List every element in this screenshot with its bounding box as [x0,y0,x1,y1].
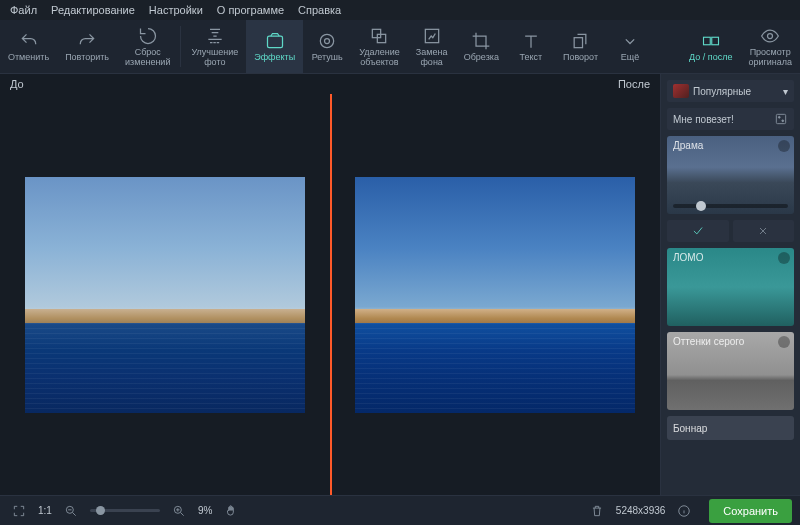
menu-file[interactable]: Файл [4,2,43,18]
effect-lomo-label: ЛОМО [673,252,703,263]
intensity-slider[interactable] [673,204,788,208]
remove-objects-label: Удаление объектов [359,48,400,68]
svg-point-12 [782,120,784,122]
save-button[interactable]: Сохранить [709,499,792,523]
fullscreen-button[interactable] [8,500,30,522]
retouch-icon [317,31,337,51]
rotate-button[interactable]: Поворот [555,20,606,73]
zoom-slider[interactable] [90,509,160,512]
menu-settings[interactable]: Настройки [143,2,209,18]
menu-about[interactable]: О программе [211,2,290,18]
apply-button[interactable] [667,220,729,242]
cancel-button[interactable] [733,220,795,242]
info-icon [778,336,790,348]
scale-label[interactable]: 1:1 [38,505,52,516]
redo-button[interactable]: Повторить [57,20,117,73]
rotate-icon [570,31,590,51]
chevron-down-icon: ▾ [783,86,788,97]
category-label: Популярные [693,86,751,97]
effects-icon [265,31,285,51]
zoom-in-button[interactable] [168,500,190,522]
category-dropdown[interactable]: Популярные ▾ [667,80,794,102]
redo-icon [77,31,97,51]
effect-lomo[interactable]: ЛОМО [667,248,794,326]
menu-bar: Файл Редактирование Настройки О программ… [0,0,800,20]
effects-button[interactable]: Эффекты [246,20,303,73]
more-button[interactable]: Ещё [606,20,654,73]
after-image [355,177,635,413]
menu-edit[interactable]: Редактирование [45,2,141,18]
canvas-area: До После [0,74,660,495]
crop-button[interactable]: Обрезка [456,20,507,73]
redo-label: Повторить [65,53,109,63]
svg-rect-8 [711,37,718,45]
remove-objects-icon [369,26,389,46]
undo-label: Отменить [8,53,49,63]
before-after-icon [701,31,721,51]
effect-grayscale[interactable]: Оттенки серого [667,332,794,410]
zoom-value: 9% [198,505,212,516]
reset-button[interactable]: Сброс изменений [117,20,178,73]
svg-point-9 [768,33,773,38]
reset-label: Сброс изменений [125,48,170,68]
menu-help[interactable]: Справка [292,2,347,18]
info-button[interactable] [673,500,695,522]
status-bar: 1:1 9% 5248x3936 Сохранить [0,495,800,525]
effect-drama-label: Драма [673,140,703,151]
effects-list: Драма ЛОМО Оттенки серого Боннар [661,136,800,495]
lucky-label: Мне повезет! [673,114,734,125]
before-pane [0,104,330,485]
undo-button[interactable]: Отменить [0,20,57,73]
effect-bonnar[interactable]: Боннар [667,416,794,440]
bg-replace-icon [422,26,442,46]
view-original-label: Просмотр оригинала [748,48,792,68]
retouch-button[interactable]: Ретушь [303,20,351,73]
effect-gray-label: Оттенки серого [673,336,744,347]
bg-replace-button[interactable]: Замена фона [408,20,456,73]
effect-bonnar-label: Боннар [673,423,707,434]
more-label: Ещё [621,53,639,63]
delete-button[interactable] [586,500,608,522]
lucky-button[interactable]: Мне повезет! [667,108,794,130]
enhance-button[interactable]: Улучшение фото [183,20,246,73]
view-original-button[interactable]: Просмотр оригинала [740,20,800,73]
rotate-label: Поворот [563,53,598,63]
effect-drama[interactable]: Драма [667,136,794,214]
bg-replace-label: Замена фона [416,48,448,68]
zoom-out-button[interactable] [60,500,82,522]
before-image [25,177,305,413]
svg-point-1 [320,34,333,47]
svg-rect-7 [703,37,710,45]
svg-point-11 [778,116,780,118]
svg-point-2 [325,38,330,43]
text-icon [521,31,541,51]
enhance-icon [205,26,225,46]
info-icon [778,252,790,264]
after-pane [330,104,660,485]
text-button[interactable]: Текст [507,20,555,73]
before-after-label: До / после [689,53,732,63]
eye-icon [760,26,780,46]
effects-panel: Популярные ▾ Мне повезет! Драма ЛОМО [660,74,800,495]
after-label: После [618,78,650,90]
hand-tool-button[interactable] [220,500,242,522]
crop-icon [471,31,491,51]
undo-icon [19,31,39,51]
dice-icon [774,112,788,126]
chevron-down-icon [620,31,640,51]
remove-objects-button[interactable]: Удаление объектов [351,20,408,73]
svg-rect-4 [378,34,386,42]
reset-icon [138,26,158,46]
enhance-label: Улучшение фото [191,48,238,68]
svg-rect-0 [267,36,282,48]
split-divider[interactable] [330,94,332,495]
retouch-label: Ретушь [312,53,343,63]
text-label: Текст [520,53,543,63]
before-after-button[interactable]: До / после [681,20,740,73]
svg-rect-3 [373,29,381,37]
svg-rect-6 [575,37,583,47]
toolbar: Отменить Повторить Сброс изменений Улучш… [0,20,800,74]
crop-label: Обрезка [464,53,499,63]
svg-rect-10 [776,114,785,123]
effects-label: Эффекты [254,53,295,63]
